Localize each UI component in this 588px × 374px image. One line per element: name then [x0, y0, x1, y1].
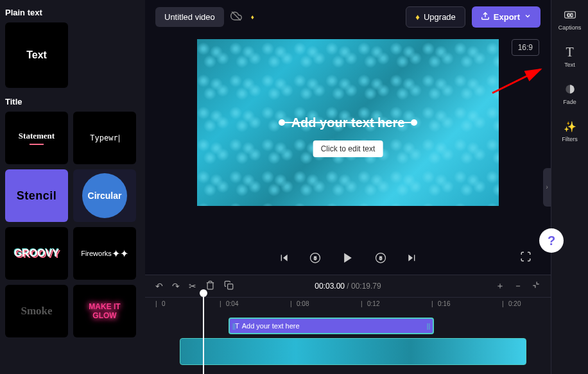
rail-fade[interactable]: Fade [563, 82, 577, 105]
template-circular[interactable]: Circular [73, 169, 136, 222]
upgrade-button[interactable]: ♦ Upgrade [406, 6, 465, 28]
rewind-5-button[interactable]: 5 [307, 250, 324, 266]
canvas-area: 16:9 Add your text here Click to edit te… [145, 34, 551, 241]
template-fireworks[interactable]: Fireworks ✦ ✦ [73, 227, 136, 280]
text-templates-panel: Plain text Text Title Statement Typewr S… [0, 0, 145, 374]
text-icon: T [563, 45, 577, 59]
timeline-ruler[interactable]: | 0 | 0:04 | 0:08 | 0:12 | 0:16 | 0:20 [145, 297, 551, 312]
template-stencil[interactable]: Stencil [5, 169, 68, 222]
duplicate-button[interactable] [224, 280, 234, 292]
svg-text:5: 5 [379, 255, 382, 261]
text-clip[interactable]: T Add your text here [229, 318, 434, 334]
svg-text:CC: CC [567, 13, 573, 17]
svg-line-0 [232, 12, 241, 21]
template-plain-text[interactable]: Text [5, 22, 68, 88]
template-statement[interactable]: Statement [5, 112, 68, 164]
undo-button[interactable]: ↶ [155, 281, 163, 291]
template-groovy[interactable]: GROOVY [5, 227, 68, 280]
redo-button[interactable]: ↷ [172, 281, 180, 291]
filters-icon: ✨ [563, 119, 577, 133]
diamond-icon: ♦ [415, 12, 420, 22]
main-area: Untitled video ♦ ♦ Upgrade Export [145, 0, 551, 374]
svg-marker-6 [344, 253, 352, 263]
template-smoke[interactable]: Smoke [5, 285, 68, 337]
play-button[interactable] [338, 248, 358, 268]
template-typewriter[interactable]: Typewr [73, 112, 136, 164]
export-button[interactable]: Export [472, 6, 540, 28]
video-clip[interactable] [180, 338, 526, 365]
right-rail: CC Captions T Text Fade ✨ Filters [551, 0, 588, 374]
svg-marker-2 [283, 255, 288, 262]
video-canvas[interactable]: Add your text here Click to edit text [197, 39, 499, 206]
skip-forward-button[interactable] [403, 250, 420, 266]
fade-icon [563, 82, 577, 96]
delete-button[interactable] [205, 280, 215, 292]
template-glow[interactable]: MAKE IT GLOW [73, 285, 136, 337]
edit-tooltip: Click to edit text [313, 140, 383, 157]
section-title: Title [5, 97, 140, 106]
captions-icon: CC [563, 8, 577, 22]
timeline: ↶ ↷ ✂ 00:03.00 / 00:19.79 ＋ － [145, 275, 551, 374]
forward-5-button[interactable]: 5 [372, 250, 389, 266]
timeline-time: 00:03.00 / 00:19.79 [315, 282, 381, 291]
skip-back-button[interactable] [276, 250, 293, 266]
upload-icon [481, 12, 490, 22]
project-title[interactable]: Untitled video [155, 7, 224, 27]
rail-text[interactable]: T Text [563, 45, 577, 68]
svg-text:5: 5 [314, 255, 316, 261]
playback-controls: 5 5 ? [145, 241, 551, 275]
zoom-out-button[interactable]: － [514, 280, 523, 292]
resize-handle-right[interactable] [411, 119, 417, 126]
zoom-fit-button[interactable] [532, 280, 540, 292]
playhead[interactable] [203, 297, 204, 374]
svg-rect-11 [228, 284, 233, 289]
split-button[interactable]: ✂ [189, 281, 196, 291]
svg-marker-9 [408, 255, 413, 262]
chevron-down-icon [524, 12, 532, 22]
resize-handle-left[interactable] [279, 119, 285, 126]
add-track-button[interactable]: ＋ [496, 280, 505, 292]
section-plain-text: Plain text [5, 8, 140, 17]
aspect-ratio-badge[interactable]: 16:9 [512, 39, 539, 56]
collapse-right-panel[interactable]: ‹ [543, 168, 551, 207]
cloud-off-icon [230, 10, 242, 24]
timeline-tracks[interactable]: T Add your text here [145, 312, 551, 374]
diamond-premium-icon: ♦ [251, 13, 254, 21]
top-toolbar: Untitled video ♦ ♦ Upgrade Export [145, 0, 551, 34]
help-button[interactable]: ? [539, 228, 564, 253]
text-overlay[interactable]: Add your text here [285, 113, 411, 133]
text-icon: T [235, 322, 239, 330]
rail-captions[interactable]: CC Captions [558, 8, 582, 31]
fullscreen-button[interactable] [520, 251, 532, 265]
rail-filters[interactable]: ✨ Filters [562, 119, 578, 142]
